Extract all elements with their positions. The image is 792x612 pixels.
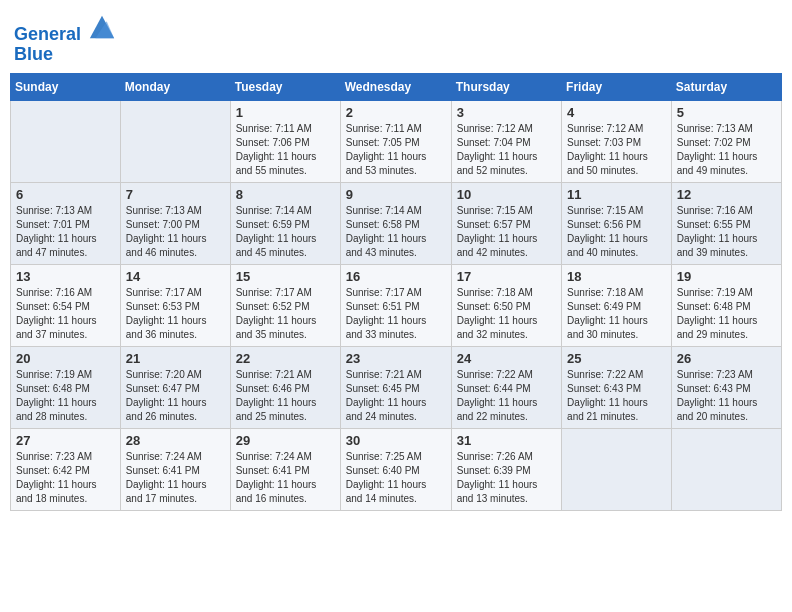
day-info: Sunrise: 7:22 AM Sunset: 6:43 PM Dayligh… (567, 368, 666, 424)
day-number: 28 (126, 433, 225, 448)
calendar-cell: 23Sunrise: 7:21 AM Sunset: 6:45 PM Dayli… (340, 346, 451, 428)
day-number: 16 (346, 269, 446, 284)
day-info: Sunrise: 7:26 AM Sunset: 6:39 PM Dayligh… (457, 450, 556, 506)
day-number: 5 (677, 105, 776, 120)
calendar-header-row: SundayMondayTuesdayWednesdayThursdayFrid… (11, 73, 782, 100)
day-number: 25 (567, 351, 666, 366)
week-row-1: 1Sunrise: 7:11 AM Sunset: 7:06 PM Daylig… (11, 100, 782, 182)
day-info: Sunrise: 7:18 AM Sunset: 6:50 PM Dayligh… (457, 286, 556, 342)
day-info: Sunrise: 7:17 AM Sunset: 6:52 PM Dayligh… (236, 286, 335, 342)
day-number: 11 (567, 187, 666, 202)
column-header-tuesday: Tuesday (230, 73, 340, 100)
day-number: 17 (457, 269, 556, 284)
day-info: Sunrise: 7:16 AM Sunset: 6:54 PM Dayligh… (16, 286, 115, 342)
day-number: 22 (236, 351, 335, 366)
calendar-cell: 25Sunrise: 7:22 AM Sunset: 6:43 PM Dayli… (562, 346, 672, 428)
day-number: 21 (126, 351, 225, 366)
day-number: 15 (236, 269, 335, 284)
calendar-cell: 4Sunrise: 7:12 AM Sunset: 7:03 PM Daylig… (562, 100, 672, 182)
day-info: Sunrise: 7:17 AM Sunset: 6:51 PM Dayligh… (346, 286, 446, 342)
calendar-cell: 10Sunrise: 7:15 AM Sunset: 6:57 PM Dayli… (451, 182, 561, 264)
calendar-cell: 19Sunrise: 7:19 AM Sunset: 6:48 PM Dayli… (671, 264, 781, 346)
day-info: Sunrise: 7:13 AM Sunset: 7:01 PM Dayligh… (16, 204, 115, 260)
day-info: Sunrise: 7:11 AM Sunset: 7:06 PM Dayligh… (236, 122, 335, 178)
day-info: Sunrise: 7:24 AM Sunset: 6:41 PM Dayligh… (126, 450, 225, 506)
calendar-cell (120, 100, 230, 182)
day-number: 14 (126, 269, 225, 284)
calendar-table: SundayMondayTuesdayWednesdayThursdayFrid… (10, 73, 782, 511)
calendar-cell: 29Sunrise: 7:24 AM Sunset: 6:41 PM Dayli… (230, 428, 340, 510)
week-row-2: 6Sunrise: 7:13 AM Sunset: 7:01 PM Daylig… (11, 182, 782, 264)
day-info: Sunrise: 7:14 AM Sunset: 6:59 PM Dayligh… (236, 204, 335, 260)
day-info: Sunrise: 7:11 AM Sunset: 7:05 PM Dayligh… (346, 122, 446, 178)
week-row-3: 13Sunrise: 7:16 AM Sunset: 6:54 PM Dayli… (11, 264, 782, 346)
logo-icon (88, 12, 116, 40)
day-number: 18 (567, 269, 666, 284)
calendar-cell: 28Sunrise: 7:24 AM Sunset: 6:41 PM Dayli… (120, 428, 230, 510)
day-number: 4 (567, 105, 666, 120)
calendar-cell: 31Sunrise: 7:26 AM Sunset: 6:39 PM Dayli… (451, 428, 561, 510)
calendar-cell: 18Sunrise: 7:18 AM Sunset: 6:49 PM Dayli… (562, 264, 672, 346)
day-number: 2 (346, 105, 446, 120)
calendar-cell: 9Sunrise: 7:14 AM Sunset: 6:58 PM Daylig… (340, 182, 451, 264)
day-info: Sunrise: 7:19 AM Sunset: 6:48 PM Dayligh… (677, 286, 776, 342)
day-info: Sunrise: 7:13 AM Sunset: 7:00 PM Dayligh… (126, 204, 225, 260)
column-header-saturday: Saturday (671, 73, 781, 100)
calendar-cell (11, 100, 121, 182)
day-info: Sunrise: 7:20 AM Sunset: 6:47 PM Dayligh… (126, 368, 225, 424)
calendar-cell: 6Sunrise: 7:13 AM Sunset: 7:01 PM Daylig… (11, 182, 121, 264)
calendar-cell: 5Sunrise: 7:13 AM Sunset: 7:02 PM Daylig… (671, 100, 781, 182)
day-info: Sunrise: 7:23 AM Sunset: 6:43 PM Dayligh… (677, 368, 776, 424)
calendar-cell: 27Sunrise: 7:23 AM Sunset: 6:42 PM Dayli… (11, 428, 121, 510)
column-header-monday: Monday (120, 73, 230, 100)
calendar-cell: 30Sunrise: 7:25 AM Sunset: 6:40 PM Dayli… (340, 428, 451, 510)
calendar-cell: 2Sunrise: 7:11 AM Sunset: 7:05 PM Daylig… (340, 100, 451, 182)
day-info: Sunrise: 7:19 AM Sunset: 6:48 PM Dayligh… (16, 368, 115, 424)
day-info: Sunrise: 7:17 AM Sunset: 6:53 PM Dayligh… (126, 286, 225, 342)
calendar-cell: 21Sunrise: 7:20 AM Sunset: 6:47 PM Dayli… (120, 346, 230, 428)
calendar-cell: 7Sunrise: 7:13 AM Sunset: 7:00 PM Daylig… (120, 182, 230, 264)
day-number: 20 (16, 351, 115, 366)
day-number: 29 (236, 433, 335, 448)
day-number: 9 (346, 187, 446, 202)
calendar-cell: 14Sunrise: 7:17 AM Sunset: 6:53 PM Dayli… (120, 264, 230, 346)
calendar-cell: 8Sunrise: 7:14 AM Sunset: 6:59 PM Daylig… (230, 182, 340, 264)
calendar-cell: 1Sunrise: 7:11 AM Sunset: 7:06 PM Daylig… (230, 100, 340, 182)
calendar-cell: 13Sunrise: 7:16 AM Sunset: 6:54 PM Dayli… (11, 264, 121, 346)
day-number: 1 (236, 105, 335, 120)
column-header-sunday: Sunday (11, 73, 121, 100)
calendar-cell: 3Sunrise: 7:12 AM Sunset: 7:04 PM Daylig… (451, 100, 561, 182)
column-header-wednesday: Wednesday (340, 73, 451, 100)
day-info: Sunrise: 7:22 AM Sunset: 6:44 PM Dayligh… (457, 368, 556, 424)
day-number: 23 (346, 351, 446, 366)
day-info: Sunrise: 7:25 AM Sunset: 6:40 PM Dayligh… (346, 450, 446, 506)
day-number: 31 (457, 433, 556, 448)
calendar-cell (562, 428, 672, 510)
calendar-cell: 24Sunrise: 7:22 AM Sunset: 6:44 PM Dayli… (451, 346, 561, 428)
day-info: Sunrise: 7:15 AM Sunset: 6:56 PM Dayligh… (567, 204, 666, 260)
day-info: Sunrise: 7:23 AM Sunset: 6:42 PM Dayligh… (16, 450, 115, 506)
day-info: Sunrise: 7:15 AM Sunset: 6:57 PM Dayligh… (457, 204, 556, 260)
page-header: General Blue (10, 10, 782, 65)
day-number: 6 (16, 187, 115, 202)
day-info: Sunrise: 7:13 AM Sunset: 7:02 PM Dayligh… (677, 122, 776, 178)
calendar-cell: 16Sunrise: 7:17 AM Sunset: 6:51 PM Dayli… (340, 264, 451, 346)
calendar-cell: 20Sunrise: 7:19 AM Sunset: 6:48 PM Dayli… (11, 346, 121, 428)
day-number: 10 (457, 187, 556, 202)
calendar-cell: 15Sunrise: 7:17 AM Sunset: 6:52 PM Dayli… (230, 264, 340, 346)
day-number: 19 (677, 269, 776, 284)
calendar-cell: 11Sunrise: 7:15 AM Sunset: 6:56 PM Dayli… (562, 182, 672, 264)
day-info: Sunrise: 7:12 AM Sunset: 7:03 PM Dayligh… (567, 122, 666, 178)
day-info: Sunrise: 7:21 AM Sunset: 6:45 PM Dayligh… (346, 368, 446, 424)
calendar-cell: 22Sunrise: 7:21 AM Sunset: 6:46 PM Dayli… (230, 346, 340, 428)
calendar-cell: 17Sunrise: 7:18 AM Sunset: 6:50 PM Dayli… (451, 264, 561, 346)
day-number: 3 (457, 105, 556, 120)
week-row-5: 27Sunrise: 7:23 AM Sunset: 6:42 PM Dayli… (11, 428, 782, 510)
week-row-4: 20Sunrise: 7:19 AM Sunset: 6:48 PM Dayli… (11, 346, 782, 428)
day-info: Sunrise: 7:12 AM Sunset: 7:04 PM Dayligh… (457, 122, 556, 178)
day-info: Sunrise: 7:14 AM Sunset: 6:58 PM Dayligh… (346, 204, 446, 260)
day-number: 24 (457, 351, 556, 366)
calendar-cell: 12Sunrise: 7:16 AM Sunset: 6:55 PM Dayli… (671, 182, 781, 264)
day-info: Sunrise: 7:16 AM Sunset: 6:55 PM Dayligh… (677, 204, 776, 260)
day-number: 8 (236, 187, 335, 202)
